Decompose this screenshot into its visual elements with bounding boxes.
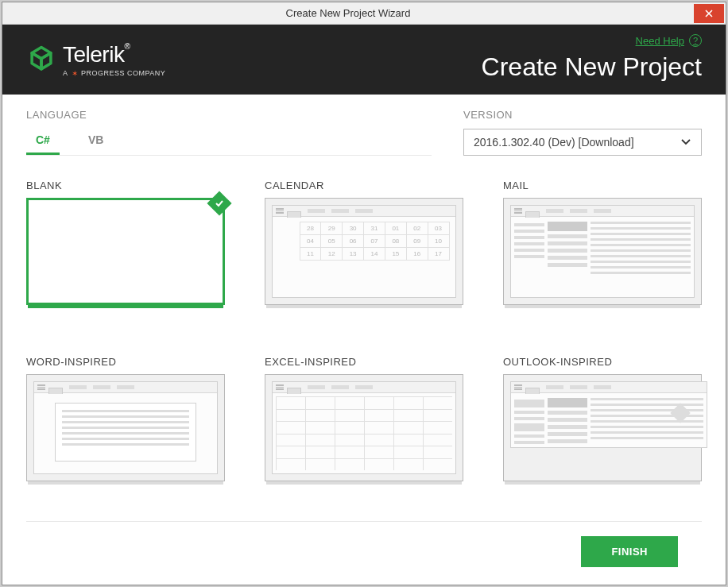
- wizard-window: Create New Project Wizard Telerik® A ✶: [2, 2, 726, 585]
- language-tabs: C# VB: [26, 129, 432, 156]
- close-button[interactable]: [694, 4, 724, 23]
- template-thumb-excel: [265, 374, 463, 481]
- selected-check-icon: [207, 191, 231, 215]
- brand-tagline: A ✶ PROGRESS COMPANY: [63, 69, 165, 78]
- finish-button[interactable]: FINISH: [581, 536, 678, 567]
- calendar-day: 07: [363, 234, 385, 248]
- template-outlook[interactable]: OUTLOOK-INSPIRED: [503, 356, 702, 497]
- calendar-day: 03: [428, 222, 450, 235]
- template-label: EXCEL-INSPIRED: [265, 356, 463, 368]
- need-help-link[interactable]: Need Help ?: [636, 34, 702, 47]
- template-thumb-mail: [503, 198, 702, 305]
- window-title: Create New Project Wizard: [2, 7, 694, 19]
- calendar-day: 11: [300, 247, 322, 261]
- version-selected-value: 2016.1.302.40 (Dev) [Download]: [474, 136, 634, 149]
- templates-grid: BLANK CALENDAR 28293031010203040506: [2, 156, 726, 521]
- hamburger-icon: [514, 208, 522, 214]
- template-blank[interactable]: BLANK: [26, 180, 225, 321]
- template-thumb-blank: [26, 198, 225, 305]
- calendar-day: 02: [406, 222, 428, 235]
- template-excel[interactable]: EXCEL-INSPIRED: [265, 356, 463, 497]
- template-thumb-calendar: 2829303101020304050607080910111213141516…: [265, 198, 463, 305]
- hamburger-icon: [37, 384, 45, 390]
- calendar-day: 01: [385, 222, 407, 235]
- calendar-day: 16: [406, 247, 428, 261]
- template-mail[interactable]: MAIL: [503, 180, 702, 321]
- calendar-day: 28: [300, 222, 322, 235]
- calendar-day: 13: [342, 247, 364, 261]
- footer: FINISH: [26, 521, 702, 585]
- template-label: MAIL: [503, 180, 702, 191]
- brand-name: Telerik®: [63, 42, 165, 68]
- template-calendar[interactable]: CALENDAR 2829303101020304050607080910111…: [265, 180, 463, 321]
- calendar-day: 06: [342, 234, 364, 248]
- template-label: CALENDAR: [265, 180, 463, 191]
- calendar-day: 30: [342, 222, 364, 235]
- calendar-day: 14: [363, 247, 385, 261]
- close-icon: [705, 10, 713, 17]
- calendar-day: 08: [385, 234, 407, 248]
- calendar-day: 31: [363, 222, 385, 235]
- chevron-down-icon: [680, 137, 691, 148]
- calendar-day: 04: [300, 234, 322, 248]
- calendar-day: 09: [406, 234, 428, 248]
- hamburger-icon: [514, 384, 522, 390]
- calendar-day: 12: [320, 247, 343, 261]
- telerik-logo-icon: [26, 44, 56, 75]
- calendar-day: 29: [320, 222, 343, 235]
- page-title: Create New Project: [482, 52, 702, 82]
- hamburger-icon: [276, 208, 284, 214]
- titlebar: Create New Project Wizard: [2, 2, 726, 25]
- calendar-day: 05: [320, 234, 343, 248]
- calendar-day: 10: [428, 234, 450, 248]
- template-thumb-outlook: [503, 374, 702, 481]
- brand-logo: Telerik® A ✶ PROGRESS COMPANY: [26, 42, 165, 78]
- star-icon: ✶: [72, 69, 79, 78]
- template-label: WORD-INSPIRED: [26, 356, 225, 368]
- template-label: BLANK: [26, 180, 225, 191]
- template-label: OUTLOOK-INSPIRED: [503, 356, 702, 368]
- tab-csharp[interactable]: C#: [26, 129, 60, 155]
- hamburger-icon: [276, 384, 284, 390]
- template-thumb-word: [26, 374, 225, 481]
- tab-vb[interactable]: VB: [79, 129, 113, 155]
- calendar-day: 17: [428, 247, 450, 261]
- language-label: LANGUAGE: [26, 109, 432, 121]
- version-label: VERSION: [463, 109, 702, 121]
- header: Telerik® A ✶ PROGRESS COMPANY Create New…: [2, 25, 726, 95]
- template-word[interactable]: WORD-INSPIRED: [26, 356, 225, 497]
- help-icon: ?: [689, 34, 702, 47]
- settings-row: LANGUAGE C# VB VERSION 2016.1.302.40 (De…: [2, 95, 726, 156]
- calendar-day: 15: [385, 247, 407, 261]
- version-dropdown[interactable]: 2016.1.302.40 (Dev) [Download]: [463, 129, 702, 156]
